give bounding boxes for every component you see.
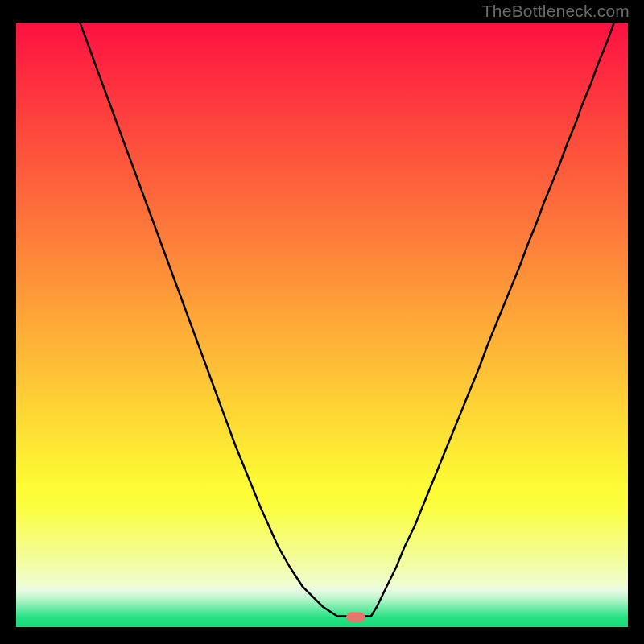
chart-frame: TheBottleneck.com: [0, 0, 644, 644]
attribution-text: TheBottleneck.com: [482, 2, 630, 21]
optimal-point-marker: [346, 613, 365, 623]
bottleneck-curve: [16, 23, 628, 627]
curve-path: [80, 23, 614, 617]
plot-area: [16, 23, 628, 627]
